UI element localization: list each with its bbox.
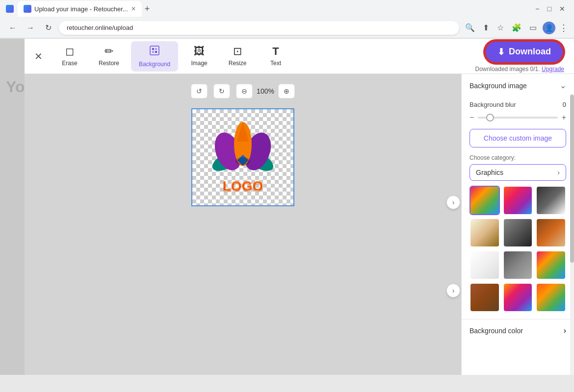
logo-svg: LOGO LOGO bbox=[199, 115, 287, 200]
grid-item-3[interactable] bbox=[536, 186, 566, 215]
zoom-display: ⊖ 100% ⊕ bbox=[236, 84, 295, 98]
restore-icon: ✏ bbox=[104, 45, 113, 58]
right-panel: Background image ⌄ Background blur 0 − bbox=[461, 74, 574, 375]
thumb-7 bbox=[470, 251, 499, 279]
bookmark-icon[interactable]: ☆ bbox=[495, 21, 506, 34]
svg-rect-2 bbox=[155, 48, 157, 50]
profile-icon[interactable]: 👤 bbox=[543, 22, 555, 34]
blur-row: Background blur 0 bbox=[470, 101, 566, 108]
blur-label: Background blur bbox=[470, 101, 516, 108]
close-window-btn[interactable]: ✕ bbox=[556, 4, 568, 14]
background-image-header[interactable]: Background image ⌄ bbox=[462, 74, 574, 97]
thumb-10 bbox=[470, 284, 499, 311]
text-icon: T bbox=[272, 45, 279, 58]
slider-thumb[interactable] bbox=[486, 114, 494, 122]
image-label: Image bbox=[191, 60, 207, 67]
canvas-area: ↺ ↻ ⊖ 100% ⊕ bbox=[25, 74, 461, 375]
scrollbar-track bbox=[570, 95, 574, 375]
category-selector[interactable]: Graphics › bbox=[470, 164, 566, 181]
grid-item-2[interactable] bbox=[503, 186, 533, 215]
thumb-4 bbox=[470, 219, 499, 246]
share-icon[interactable]: ⬆ bbox=[481, 21, 491, 34]
upgrade-link[interactable]: Upgrade bbox=[542, 66, 564, 73]
thumb-12 bbox=[537, 284, 565, 311]
minimize-btn[interactable]: − bbox=[532, 4, 542, 14]
grid-item-1[interactable] bbox=[470, 186, 500, 215]
redo-btn[interactable]: ↻ bbox=[213, 84, 230, 98]
resize-tool[interactable]: ⊡ Resize bbox=[220, 41, 255, 72]
image-grid bbox=[470, 186, 566, 312]
image-icon: 🖼 bbox=[194, 45, 205, 58]
menu-icon[interactable]: ⋮ bbox=[559, 23, 568, 33]
erase-tool[interactable]: ◻ Erase bbox=[52, 41, 87, 72]
canvas-toolbar: ↺ ↻ ⊖ 100% ⊕ bbox=[191, 84, 295, 98]
sidebar-icon[interactable]: ▭ bbox=[527, 21, 539, 34]
erase-label: Erase bbox=[62, 60, 77, 67]
grid-item-11[interactable] bbox=[503, 283, 533, 312]
maximize-btn[interactable]: □ bbox=[545, 4, 554, 14]
restore-tool[interactable]: ✏ Restore bbox=[91, 41, 127, 72]
canvas-wrapper: LOGO LOGO bbox=[191, 108, 294, 206]
forward-btn[interactable]: → bbox=[24, 21, 37, 35]
thumb-8 bbox=[504, 251, 532, 279]
svg-rect-4 bbox=[155, 51, 157, 53]
thumb-9 bbox=[537, 251, 565, 279]
thumb-3 bbox=[537, 187, 565, 214]
tab-favicon bbox=[24, 5, 31, 13]
background-tool[interactable]: Background bbox=[131, 41, 178, 72]
zoom-in-btn[interactable]: ⊕ bbox=[278, 84, 295, 98]
grid-item-10[interactable] bbox=[470, 283, 500, 312]
text-label: Text bbox=[270, 60, 281, 67]
grid-item-9[interactable] bbox=[536, 250, 566, 280]
download-area: ⬇ Download Downloaded images 0/1. Upgrad… bbox=[475, 40, 564, 73]
background-color-section[interactable]: Background color › bbox=[462, 319, 574, 342]
close-btn[interactable]: ✕ bbox=[34, 50, 43, 62]
image-tool[interactable]: 🖼 Image bbox=[182, 41, 216, 72]
reload-btn[interactable]: ↻ bbox=[41, 21, 55, 35]
tab-title: Upload your image - Retoucher... bbox=[34, 5, 128, 13]
active-tab[interactable]: Upload your image - Retoucher... ✕ bbox=[18, 1, 142, 17]
grid-item-6[interactable] bbox=[536, 218, 566, 247]
thumb-11 bbox=[504, 284, 532, 311]
back-btn[interactable]: ← bbox=[6, 21, 20, 35]
address-input[interactable] bbox=[59, 21, 459, 35]
download-count: Downloaded images 0/1. Upgrade bbox=[475, 66, 564, 73]
erase-icon: ◻ bbox=[65, 45, 74, 58]
grid-item-5[interactable] bbox=[503, 218, 533, 247]
category-value: Graphics bbox=[476, 169, 503, 176]
blur-slider[interactable] bbox=[478, 117, 557, 119]
svg-text:LOGO: LOGO bbox=[223, 180, 263, 195]
side-arrow-top[interactable]: › bbox=[446, 196, 460, 209]
scrollbar-thumb[interactable] bbox=[570, 95, 574, 263]
new-tab-button[interactable]: + bbox=[145, 4, 150, 14]
grid-item-12[interactable] bbox=[536, 283, 566, 312]
background-text: Yo bbox=[6, 78, 25, 96]
background-image-title: Background image bbox=[470, 82, 527, 90]
grid-item-7[interactable] bbox=[470, 250, 500, 280]
tab-close-btn[interactable]: ✕ bbox=[131, 5, 136, 12]
zoom-out-btn[interactable]: ⊖ bbox=[236, 84, 253, 98]
download-icon: ⬇ bbox=[497, 47, 505, 57]
blur-value: 0 bbox=[563, 101, 566, 108]
thumb-2 bbox=[504, 187, 532, 214]
download-button[interactable]: ⬇ Download bbox=[484, 40, 564, 64]
resize-icon: ⊡ bbox=[233, 45, 242, 58]
undo-btn[interactable]: ↺ bbox=[191, 84, 208, 98]
category-chevron: › bbox=[557, 169, 560, 176]
grid-item-8[interactable] bbox=[503, 250, 533, 280]
extensions-icon[interactable]: 🧩 bbox=[510, 21, 523, 34]
slider-minus[interactable]: − bbox=[470, 113, 474, 122]
download-label: Download bbox=[509, 47, 551, 57]
grid-item-4[interactable] bbox=[470, 218, 500, 247]
canvas-image[interactable]: LOGO LOGO bbox=[191, 108, 294, 206]
text-tool[interactable]: T Text bbox=[259, 41, 293, 72]
svg-rect-3 bbox=[152, 51, 154, 53]
browser-toolbar-icons: 🔍 ⬆ ☆ 🧩 ▭ 👤 ⋮ bbox=[463, 21, 568, 34]
background-color-chevron: › bbox=[564, 326, 566, 335]
slider-plus[interactable]: + bbox=[562, 113, 566, 122]
background-image-body: Background blur 0 − + Choose custom imag… bbox=[462, 97, 574, 319]
custom-image-btn[interactable]: Choose custom image bbox=[470, 129, 566, 147]
category-label: Choose category: bbox=[470, 154, 566, 161]
side-arrow-bottom[interactable]: › bbox=[446, 284, 460, 297]
search-icon[interactable]: 🔍 bbox=[463, 21, 477, 34]
